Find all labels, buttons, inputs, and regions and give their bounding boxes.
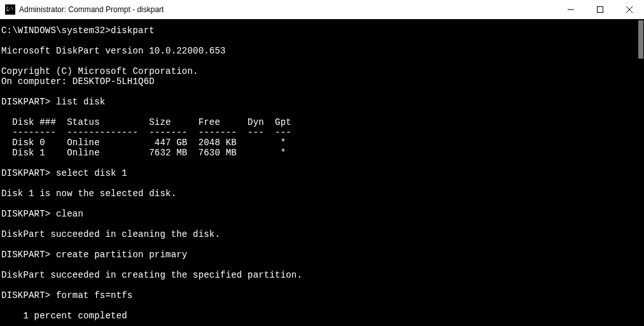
close-button[interactable] — [615, 0, 644, 19]
minimize-button[interactable] — [556, 0, 585, 19]
svg-rect-2 — [6, 10, 9, 11]
window-titlebar[interactable]: C:\ Administrator: Command Prompt - disk… — [0, 0, 644, 19]
scrollbar-track[interactable] — [636, 19, 644, 326]
window-title: Administrator: Command Prompt - diskpart — [19, 5, 164, 14]
terminal-output[interactable]: C:\WINDOWS\system32>diskpart Microsoft D… — [0, 19, 636, 326]
window-controls — [556, 0, 644, 19]
svg-rect-4 — [598, 7, 603, 13]
svg-text:C:\: C:\ — [6, 6, 13, 10]
cmd-icon: C:\ — [5, 4, 15, 15]
terminal-container: C:\WINDOWS\system32>diskpart Microsoft D… — [0, 19, 644, 326]
maximize-button[interactable] — [585, 0, 615, 19]
scrollbar-thumb[interactable] — [638, 20, 643, 59]
